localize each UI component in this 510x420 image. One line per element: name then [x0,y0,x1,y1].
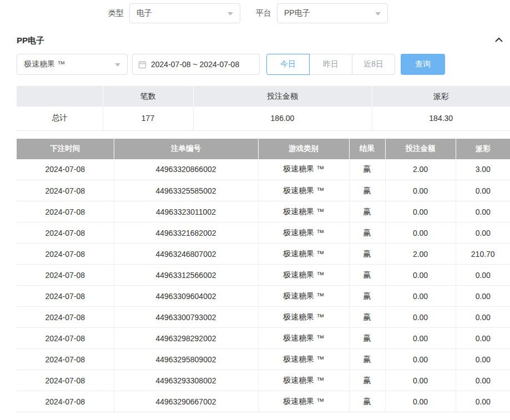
platform-select[interactable]: PP电子 [277,3,388,23]
table-cell: 0.00 [385,201,456,222]
table-cell: 极速糖果 ™ [258,370,349,391]
query-button[interactable]: 查询 [401,54,445,75]
summary-total-label: 总计 [17,107,103,130]
chevron-down-icon [375,12,381,16]
chevron-down-icon [228,12,233,16]
table-row: 2024-07-0844963312566002极速糖果 ™赢0.000.00 [17,265,510,286]
table-cell: 44963290667002 [114,391,258,412]
quick-date-group: 今日 昨日 近8日 [266,54,395,75]
table-cell: 2024-07-08 [17,286,114,307]
platform-select-value: PP电子 [284,8,310,18]
table-cell: 赢 [349,201,385,222]
table-cell: 2.00 [385,244,456,265]
summary-header-count: 笔数 [103,86,193,107]
summary-row: 总计 177 186.00 184.30 [17,107,510,130]
quick-today-button[interactable]: 今日 [266,54,310,75]
platform-label: 平台 [256,8,271,18]
date-range-input[interactable]: 2024-07-08 ~ 2024-07-08 [132,54,260,75]
table-cell: 极速糖果 ™ [258,307,349,328]
table-row: 2024-07-0844963298292002极速糖果 ™赢0.000.00 [17,328,510,349]
table-cell: 极速糖果 ™ [258,222,349,244]
summary-header-bet-amount: 投注金额 [193,86,372,107]
summary-payout-value: 184.30 [372,107,510,130]
table-cell: 2024-07-08 [17,244,114,265]
table-cell: 2024-07-08 [17,307,114,328]
table-cell: 0.00 [456,328,510,349]
bet-table: 下注时间 注单编号 游戏类别 结果 投注金额 派彩 2024-07-084496… [17,139,510,413]
table-cell: 0.00 [385,391,456,412]
quick-yesterday-button[interactable]: 昨日 [309,54,352,75]
table-cell: 44963321682002 [114,222,258,244]
table-cell: 2024-07-08 [17,265,114,286]
table-row: 2024-07-0844963320866002极速糖果 ™赢2.003.00 [17,159,510,180]
table-cell: 2.00 [385,159,456,180]
table-cell: 44963325585002 [114,180,258,201]
collapse-button[interactable] [493,36,504,46]
table-cell: 44963295809002 [114,349,258,370]
type-select-value: 电子 [137,8,152,18]
table-cell: 赢 [349,307,385,328]
date-range-value: 2024-07-08 ~ 2024-07-08 [151,60,239,69]
table-cell: 2024-07-08 [17,159,114,180]
table-cell: 极速糖果 ™ [258,265,349,286]
table-cell: 0.00 [456,201,510,222]
table-cell: 2024-07-08 [17,180,114,201]
section-header: PP电子 [0,27,510,52]
table-row: 2024-07-0844963293308002极速糖果 ™赢0.000.00 [17,370,510,391]
table-cell: 0.00 [456,391,510,412]
table-cell: 赢 [349,244,385,265]
table-cell: 2024-07-08 [17,222,114,244]
table-cell: 2024-07-08 [17,391,114,412]
game-select[interactable]: 极速糖果 ™ [17,54,128,75]
table-cell: 极速糖果 ™ [258,159,349,180]
section-title: PP电子 [17,36,44,46]
table-cell: 0.00 [456,370,510,391]
summary-bet-amount-value: 186.00 [193,107,372,130]
table-cell: 极速糖果 ™ [258,349,349,370]
table-cell: 0.00 [385,349,456,370]
table-row: 2024-07-0844963246807002极速糖果 ™赢2.00210.7… [17,244,510,265]
table-cell: 2024-07-08 [17,201,114,222]
table-cell: 赢 [349,180,385,201]
table-row: 2024-07-0844963321682002极速糖果 ™赢0.000.00 [17,222,510,244]
table-cell: 44963300793002 [114,307,258,328]
table-cell: 0.00 [385,180,456,201]
filter-bar: 极速糖果 ™ 2024-07-08 ~ 2024-07-08 今日 昨日 近8日… [17,54,510,75]
table-cell: 3.00 [456,159,510,180]
table-row: 2024-07-0844963300793002极速糖果 ™赢0.000.00 [17,307,510,328]
table-cell: 0.00 [385,307,456,328]
table-cell: 0.00 [385,328,456,349]
table-cell: 44963298292002 [114,328,258,349]
table-cell: 2024-07-08 [17,370,114,391]
table-cell: 赢 [349,370,385,391]
summary-header-blank [17,86,103,107]
col-header-bet-amount: 投注金额 [385,139,456,159]
table-cell: 0.00 [385,370,456,391]
table-row: 2024-07-0844963295809002极速糖果 ™赢0.000.00 [17,349,510,370]
table-row: 2024-07-0844963290667002极速糖果 ™赢0.000.00 [17,391,510,412]
quick-last8days-button[interactable]: 近8日 [352,54,395,75]
table-cell: 极速糖果 ™ [258,328,349,349]
table-cell: 赢 [349,391,385,412]
calendar-icon [138,60,147,69]
col-header-game-type: 游戏类别 [258,139,349,159]
table-cell: 0.00 [456,349,510,370]
summary-header-payout: 派彩 [372,86,510,107]
table-cell: 赢 [349,222,385,244]
col-header-result: 结果 [349,139,385,159]
table-cell: 极速糖果 ™ [258,391,349,412]
table-cell: 赢 [349,349,385,370]
type-select[interactable]: 电子 [129,3,240,23]
table-cell: 极速糖果 ™ [258,180,349,201]
table-cell: 210.70 [456,244,510,265]
table-cell: 0.00 [456,180,510,201]
table-cell: 44963309604002 [114,286,258,307]
table-cell: 0.00 [385,265,456,286]
table-cell: 0.00 [385,286,456,307]
table-cell: 44963320866002 [114,159,258,180]
table-cell: 44963293308002 [114,370,258,391]
table-cell: 0.00 [456,265,510,286]
col-header-bet-id: 注单编号 [114,139,258,159]
table-cell: 极速糖果 ™ [258,286,349,307]
table-cell: 0.00 [456,286,510,307]
